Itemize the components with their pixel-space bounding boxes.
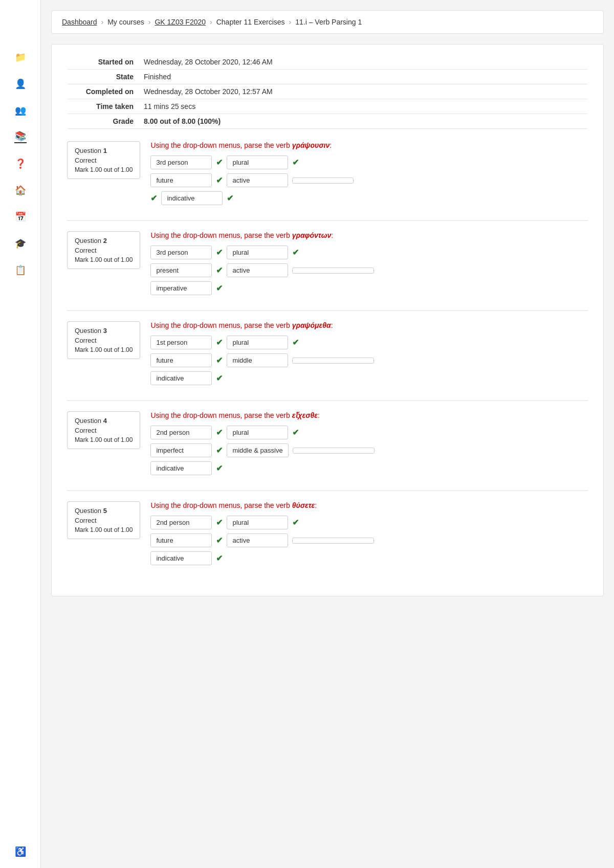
dropdown-3-1-2[interactable]: middle (227, 353, 288, 367)
dropdown-5-2-0[interactable]: indicative (150, 551, 212, 565)
dropdown-2-1-2[interactable]: active (227, 263, 288, 277)
dropdown-2-1-3[interactable] (292, 268, 374, 274)
dropdown-2-0-0[interactable]: 3rd person (150, 246, 212, 259)
grade-row: Grade 8.00 out of 8.00 (100%) (67, 114, 588, 129)
dropdown-3-0-0[interactable]: 1st person (150, 336, 212, 349)
dropdown-grid-1: 3rd person✔plural✔future✔active✔indicati… (150, 155, 588, 205)
users-icon[interactable]: 👥 (14, 104, 27, 117)
question-content-2: Using the drop-down menus, parse the ver… (150, 231, 588, 295)
dropdown-4-0-0[interactable]: 2nd person (150, 426, 212, 439)
dropdown-2-1-0[interactable]: present (150, 263, 212, 277)
question-title-5: Question 5 (75, 507, 133, 515)
dropdown-3-1-0[interactable]: future (150, 353, 212, 367)
verb-5: θύσετε (292, 501, 315, 509)
dropdown-4-1-2[interactable]: middle & passive (227, 443, 288, 457)
question-mark-3: Mark 1.00 out of 1.00 (75, 346, 133, 353)
question-mark-4: Mark 1.00 out of 1.00 (75, 436, 133, 443)
dropdown-3-1-3[interactable] (292, 358, 374, 364)
question-label-2: Question 2 Correct Mark 1.00 out of 1.00 (67, 231, 140, 269)
dropdown-5-1-3[interactable] (292, 538, 374, 544)
dropdown-row-3-1: future✔middle (150, 353, 588, 367)
question-mark-1: Mark 1.00 out of 1.00 (75, 166, 133, 173)
breadcrumb-dashboard[interactable]: Dashboard (62, 18, 97, 26)
dropdown-3-2-0[interactable]: indicative (150, 371, 212, 385)
dropdown-row-4-0: 2nd person✔plural✔ (150, 426, 588, 439)
dropdown-row-5-1: future✔active (150, 533, 588, 547)
breadcrumb-sep-2: › (148, 18, 151, 26)
dropdown-4-0-2[interactable]: plural (227, 426, 288, 439)
folder-icon[interactable]: 📁 (14, 51, 27, 63)
dropdown-row-3-0: 1st person✔plural✔ (150, 336, 588, 349)
check-icon-4-0-3: ✔ (292, 428, 299, 437)
question-instruction-2: Using the drop-down menus, parse the ver… (150, 231, 588, 239)
breadcrumb-chapter: Chapter 11 Exercises (216, 18, 285, 26)
graduation-icon[interactable]: 🎓 (14, 237, 27, 250)
user-icon[interactable]: 👤 (14, 78, 27, 90)
dropdown-5-0-0[interactable]: 2nd person (150, 516, 212, 529)
question-content-3: Using the drop-down menus, parse the ver… (150, 321, 588, 385)
copy-icon[interactable]: 📋 (14, 264, 27, 276)
check-icon-3-0-1: ✔ (216, 338, 223, 347)
dropdown-1-1-0[interactable]: future (150, 173, 212, 187)
check-icon-1-1-1: ✔ (216, 175, 223, 185)
dropdown-grid-2: 3rd person✔plural✔present✔activeimperati… (150, 246, 588, 295)
dropdown-1-0-2[interactable]: plural (227, 155, 288, 169)
check-icon-1-0-3: ✔ (292, 158, 299, 167)
question-content-4: Using the drop-down menus, parse the ver… (150, 411, 588, 475)
dropdown-1-2-1[interactable]: indicative (161, 191, 223, 205)
breadcrumb-sep-4: › (289, 18, 292, 26)
dropdown-5-0-2[interactable]: plural (227, 516, 288, 529)
state-row: State Finished (67, 70, 588, 84)
verb-3: γραψόμεθα (292, 321, 331, 329)
question-title-4: Question 4 (75, 417, 133, 425)
check-icon-5-2-1: ✔ (216, 553, 223, 563)
dropdown-4-1-3[interactable] (293, 448, 375, 454)
dropdown-row-1-0: 3rd person✔plural✔ (150, 155, 588, 169)
dropdown-row-2-1: present✔active (150, 263, 588, 277)
check-icon-2-2-1: ✔ (216, 283, 223, 293)
question-divider-1 (67, 220, 588, 221)
dropdown-5-1-0[interactable]: future (150, 533, 212, 547)
check-icon-2-0-3: ✔ (292, 248, 299, 257)
breadcrumb-sep-3: › (210, 18, 212, 26)
breadcrumb-mycourses: My courses (107, 18, 144, 26)
home-icon[interactable]: 🏠 (14, 184, 27, 196)
question-status-5: Correct (75, 517, 133, 524)
completed-on-value: Wednesday, 28 October 2020, 12:57 AM (139, 84, 588, 99)
check-icon-4-2-1: ✔ (216, 463, 223, 473)
dropdown-5-1-2[interactable]: active (227, 533, 288, 547)
question-title-1: Question 1 (75, 147, 133, 154)
state-value: Finished (139, 70, 588, 84)
dropdown-4-2-0[interactable]: indicative (150, 461, 212, 475)
verb-1: γράψουσιν (292, 141, 330, 149)
dropdown-2-2-0[interactable]: imperative (150, 281, 212, 295)
dropdown-row-5-0: 2nd person✔plural✔ (150, 516, 588, 529)
dropdown-row-1-2: ✔indicative✔ (150, 191, 588, 205)
calendar-icon[interactable]: 📅 (14, 211, 27, 223)
dropdown-1-0-0[interactable]: 3rd person (150, 155, 212, 169)
dropdown-2-0-2[interactable]: plural (227, 246, 288, 259)
dropdown-row-4-2: indicative✔ (150, 461, 588, 475)
breadcrumb-course[interactable]: GK 1Z03 F2020 (155, 18, 206, 26)
check-icon-3-0-3: ✔ (292, 338, 299, 347)
question-status-2: Correct (75, 247, 133, 254)
dropdown-4-1-0[interactable]: imperfect (150, 443, 212, 457)
question-block-1: Question 1 Correct Mark 1.00 out of 1.00… (67, 141, 588, 205)
questions-container: Question 1 Correct Mark 1.00 out of 1.00… (67, 141, 588, 565)
dropdown-1-1-3[interactable] (292, 177, 354, 184)
help-icon[interactable]: ❓ (14, 158, 27, 170)
dropdown-1-1-2[interactable]: active (227, 173, 288, 187)
verb-4: εἴχεσθε (292, 411, 318, 419)
breadcrumb-sep-1: › (101, 18, 104, 26)
check-icon-3-1-1: ✔ (216, 355, 223, 365)
content-card: Started on Wednesday, 28 October 2020, 1… (51, 44, 604, 596)
accessibility-icon[interactable]: ♿ (14, 845, 27, 858)
question-label-3: Question 3 Correct Mark 1.00 out of 1.00 (67, 321, 140, 359)
question-mark-2: Mark 1.00 out of 1.00 (75, 256, 133, 263)
check-icon-1-0-1: ✔ (216, 158, 223, 167)
book-icon[interactable]: 📚 (14, 131, 27, 143)
question-label-5: Question 5 Correct Mark 1.00 out of 1.00 (67, 501, 140, 539)
dropdown-row-2-0: 3rd person✔plural✔ (150, 246, 588, 259)
dropdown-3-0-2[interactable]: plural (227, 336, 288, 349)
completed-on-label: Completed on (67, 84, 139, 99)
